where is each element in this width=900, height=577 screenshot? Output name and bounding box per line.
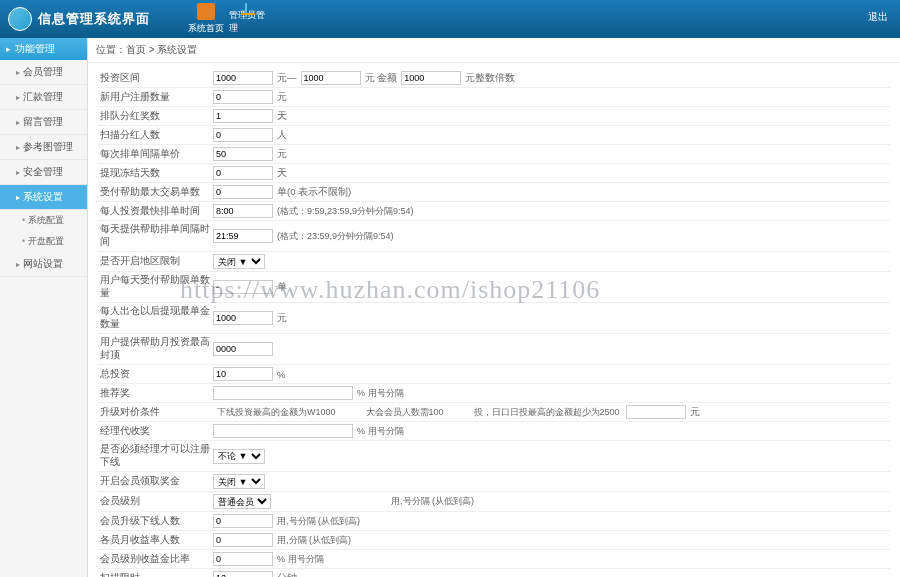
hint-text: 用,分隔 (从低到高)	[277, 534, 351, 547]
text-input[interactable]	[213, 204, 273, 218]
sidebar-subitem[interactable]: 开盘配置	[0, 231, 87, 252]
form-row: 新用户注册数量元	[98, 88, 890, 107]
number-input[interactable]	[626, 405, 686, 419]
form-row: 升级对价条件下线投资最高的金额为W1000大会会员人数需100投，日口日投最高的…	[98, 403, 890, 422]
sidebar-item[interactable]: 汇款管理	[0, 85, 87, 110]
select-input[interactable]: 普通会员	[213, 494, 271, 509]
hint-text: % 用号分隔	[357, 387, 404, 400]
toolbar-home[interactable]: 系统首页	[185, 3, 227, 35]
text-input[interactable]	[213, 229, 273, 243]
field-label: 会员升级下线人数	[98, 515, 213, 528]
form-row: 用户提供帮助月投资最高封顶	[98, 334, 890, 365]
text: 下线投资最高的金额为W1000	[217, 406, 336, 419]
number-input[interactable]	[301, 71, 361, 85]
form-row: 会员升级下线人数用,号分隔 (从低到高)	[98, 512, 890, 531]
exit-link[interactable]: 退出	[868, 10, 888, 24]
home-icon	[197, 3, 215, 20]
field-label: 用户每天受付帮助限单数量	[98, 274, 213, 300]
field-label: 推荐奖	[98, 387, 213, 400]
sidebar-item[interactable]: 网站设置	[0, 252, 87, 277]
form-row: 推荐奖% 用号分隔	[98, 384, 890, 403]
sidebar-subitem[interactable]: 系统配置	[0, 210, 87, 231]
logo-icon	[8, 7, 32, 31]
unit-label: 单(0 表示不限制)	[277, 186, 351, 199]
unit-label: 天	[277, 167, 287, 180]
form-row: 每人出仓以后提现最单金数量元	[98, 303, 890, 334]
text-input[interactable]	[213, 128, 273, 142]
form-row: 受付帮助最大交易单数单(0 表示不限制)	[98, 183, 890, 202]
unit-label: 单	[277, 281, 287, 294]
text-input[interactable]	[213, 367, 273, 381]
text-input[interactable]	[213, 166, 273, 180]
text-input[interactable]	[213, 147, 273, 161]
text-input[interactable]	[213, 552, 273, 566]
unit-label: 分钟	[277, 572, 297, 578]
select-input[interactable]: 关闭 ▼	[213, 254, 265, 269]
content-area: 位置：首页 > 系统设置 投资区间元—元 金额元整数倍数新用户注册数量元排队分红…	[88, 38, 900, 577]
text-input[interactable]	[213, 424, 353, 438]
sidebar-item[interactable]: 系统设置	[0, 185, 87, 210]
field-label: 排队分红奖数	[98, 110, 213, 123]
sidebar-item[interactable]: 安全管理	[0, 160, 87, 185]
sidebar-item[interactable]: 留言管理	[0, 110, 87, 135]
form-row: 扫描限时分钟	[98, 569, 890, 577]
unit-label: 天	[277, 110, 287, 123]
text-input[interactable]	[213, 386, 353, 400]
hint-text: 用,号分隔 (从低到高)	[391, 495, 474, 508]
form-row: 总投资%	[98, 365, 890, 384]
select-input[interactable]: 关闭 ▼	[213, 474, 265, 489]
unit-label: 元 金额	[365, 72, 398, 85]
logo-area: 信息管理系统界面	[8, 7, 150, 31]
field-label: 总投资	[98, 368, 213, 381]
unit-label: 元	[277, 91, 287, 104]
unit-label: 元—	[277, 72, 297, 85]
text-input[interactable]	[213, 109, 273, 123]
text-input[interactable]	[213, 514, 273, 528]
text-input[interactable]	[213, 311, 273, 325]
number-input[interactable]	[401, 71, 461, 85]
settings-form: 投资区间元—元 金额元整数倍数新用户注册数量元排队分红奖数天扫描分红人数人每次排…	[88, 63, 900, 577]
admin-icon	[241, 3, 259, 7]
unit-label: 元	[277, 312, 287, 325]
form-row: 各员月收益率人数用,分隔 (从低到高)	[98, 531, 890, 550]
field-label: 是否必须经理才可以注册下线	[98, 443, 213, 469]
unit-label: 元	[277, 148, 287, 161]
system-title: 信息管理系统界面	[38, 10, 150, 28]
text-input[interactable]	[213, 342, 273, 356]
field-label: 受付帮助最大交易单数	[98, 186, 213, 199]
unit-label: 人	[277, 129, 287, 142]
text: 投，日口日投最高的金额超少为2500	[474, 406, 620, 419]
field-label: 投资区间	[98, 72, 213, 85]
field-label: 每天提供帮助排单间隔时间	[98, 223, 213, 249]
field-label: 扫描限时	[98, 572, 213, 578]
hint-text: % 用号分隔	[357, 425, 404, 438]
form-row: 投资区间元—元 金额元整数倍数	[98, 69, 890, 88]
unit-label: 元整数倍数	[465, 72, 515, 85]
text-input[interactable]	[213, 280, 273, 294]
sidebar: 功能管理 会员管理汇款管理留言管理参考图管理安全管理系统设置系统配置开盘配置网站…	[0, 38, 88, 577]
form-row: 会员级别普通会员用,号分隔 (从低到高)	[98, 492, 890, 512]
field-label: 扫描分红人数	[98, 129, 213, 142]
select-input[interactable]: 不论 ▼	[213, 449, 265, 464]
field-label: 每人出仓以后提现最单金数量	[98, 305, 213, 331]
field-label: 新用户注册数量	[98, 91, 213, 104]
text-input[interactable]	[213, 185, 273, 199]
text-input[interactable]	[213, 90, 273, 104]
form-row: 是否开启地区限制关闭 ▼	[98, 252, 890, 272]
hint-text: 用,号分隔 (从低到高)	[277, 515, 360, 528]
text-input[interactable]	[213, 571, 273, 577]
field-label: 经理代收奖	[98, 425, 213, 438]
text-input[interactable]	[213, 533, 273, 547]
sidebar-item[interactable]: 参考图管理	[0, 135, 87, 160]
field-label: 是否开启地区限制	[98, 255, 213, 268]
sidebar-header: 功能管理	[0, 38, 87, 60]
field-label: 提现冻结天数	[98, 167, 213, 180]
form-row: 每人投资最快排单时间(格式：9:59,23:59,9分钟分隔9:54)	[98, 202, 890, 221]
number-input[interactable]	[213, 71, 273, 85]
form-row: 是否必须经理才可以注册下线不论 ▼	[98, 441, 890, 472]
sidebar-item[interactable]: 会员管理	[0, 60, 87, 85]
toolbar-admin[interactable]: 管理员管理	[229, 3, 271, 35]
form-row: 每天提供帮助排单间隔时间(格式：23:59,9分钟分隔9:54)	[98, 221, 890, 252]
breadcrumb: 位置：首页 > 系统设置	[88, 38, 900, 63]
field-label: 升级对价条件	[98, 406, 213, 419]
